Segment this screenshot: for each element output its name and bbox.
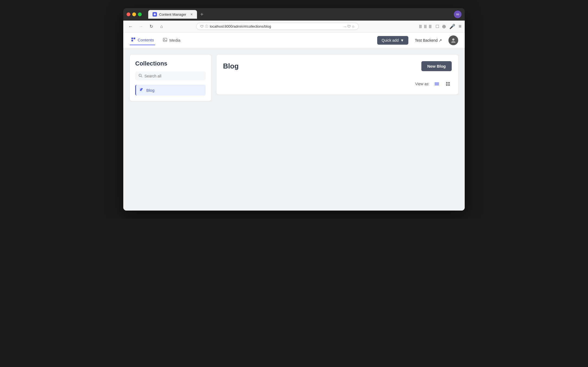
- svg-rect-4: [163, 38, 167, 41]
- search-icon: [138, 74, 142, 78]
- quick-add-chevron-icon: ▼: [400, 38, 404, 42]
- list-view-icon: [434, 81, 440, 87]
- browser-profile-icon[interactable]: ∞: [454, 11, 461, 18]
- microphone-icon[interactable]: 🎤: [449, 24, 455, 30]
- back-button[interactable]: ←: [127, 22, 135, 31]
- browser-toolbar-right: ⫼⫼⫼ □ ⊕ 🎤 ≡: [418, 24, 461, 30]
- svg-rect-1: [131, 38, 133, 39]
- address-bar: ← → ↻ ⌂ 🛡 ⓘ localhost:8000/admin/#/colle…: [123, 21, 465, 32]
- reader-view-icon[interactable]: □: [436, 24, 439, 29]
- tab-favicon: [153, 12, 157, 17]
- url-bar[interactable]: 🛡 ⓘ localhost:8000/admin/#/collections/b…: [196, 23, 359, 30]
- view-controls: View as:: [223, 80, 452, 88]
- sidebar-blog-label: Blog: [146, 88, 154, 93]
- url-bookmark-button[interactable]: ☆: [352, 25, 355, 28]
- app-content: Contents Media Quick add ▼ Test Back: [123, 32, 465, 211]
- content-panel: Blog New Blog View as:: [217, 55, 458, 94]
- active-tab[interactable]: Content Manager ×: [148, 10, 197, 19]
- content-header: Blog New Blog: [223, 61, 452, 71]
- tab-title: Content Manager: [159, 12, 186, 17]
- minimize-window-button[interactable]: [132, 12, 136, 16]
- new-blog-button[interactable]: New Blog: [421, 61, 452, 71]
- svg-rect-14: [448, 82, 450, 84]
- blog-edit-icon: [139, 87, 144, 93]
- title-bar: Content Manager × + ∞: [123, 8, 465, 21]
- nav-item-contents[interactable]: Contents: [130, 35, 155, 45]
- user-avatar[interactable]: [448, 35, 458, 45]
- close-window-button[interactable]: [127, 12, 130, 16]
- security-shield-icon: 🛡: [200, 25, 203, 28]
- menu-icon[interactable]: ≡: [458, 24, 461, 29]
- nav-media-label: Media: [169, 38, 180, 42]
- search-box[interactable]: [135, 71, 206, 80]
- maximize-window-button[interactable]: [138, 12, 142, 16]
- content-title: Blog: [223, 62, 239, 70]
- media-icon: [163, 37, 167, 43]
- url-info-icon: ⓘ: [205, 24, 208, 28]
- grid-view-button[interactable]: [444, 80, 452, 88]
- svg-rect-13: [446, 82, 448, 84]
- svg-line-8: [141, 76, 142, 77]
- test-backend-label: Test Backend ↗: [415, 38, 442, 42]
- browser-window: Content Manager × + ∞ ← → ↻ ⌂ 🛡 ⓘ localh…: [123, 8, 465, 211]
- new-tab-button[interactable]: +: [199, 10, 205, 19]
- url-dots-button[interactable]: ···: [344, 25, 346, 28]
- svg-rect-2: [131, 40, 133, 41]
- home-button[interactable]: ⌂: [157, 22, 166, 31]
- url-actions: ··· 🛡 ☆: [344, 25, 355, 28]
- test-backend-link[interactable]: Test Backend ↗: [415, 38, 442, 42]
- tab-close-button[interactable]: ×: [190, 12, 193, 17]
- search-input[interactable]: [144, 74, 202, 78]
- forward-button[interactable]: →: [137, 22, 145, 31]
- svg-rect-3: [134, 38, 135, 39]
- sync-icon[interactable]: ⊕: [442, 24, 446, 30]
- view-as-label: View as:: [415, 82, 429, 86]
- svg-point-0: [154, 13, 156, 15]
- app-nav: Contents Media Quick add ▼ Test Back: [123, 32, 465, 48]
- svg-point-6: [452, 38, 454, 41]
- sidebar-title: Collections: [135, 60, 206, 67]
- svg-rect-15: [446, 84, 448, 86]
- tabs-bar: Content Manager × +: [148, 10, 452, 19]
- nav-item-media[interactable]: Media: [161, 36, 182, 45]
- quick-add-label: Quick add: [382, 38, 399, 42]
- sidebar-item-blog[interactable]: Blog: [135, 85, 206, 96]
- grid-view-icon: [445, 81, 451, 87]
- contents-icon: [131, 37, 136, 43]
- main-layout: Collections: [123, 48, 465, 211]
- url-text: localhost:8000/admin/#/collections/blog: [210, 24, 342, 28]
- sidebar: Collections: [130, 55, 211, 101]
- quick-add-button[interactable]: Quick add ▼: [377, 36, 408, 45]
- list-view-button[interactable]: [433, 80, 441, 88]
- traffic-lights: [127, 12, 142, 16]
- nav-contents-label: Contents: [138, 38, 154, 42]
- url-shield-button[interactable]: 🛡: [347, 25, 351, 28]
- reading-list-icon[interactable]: ⫼⫼⫼: [418, 24, 433, 29]
- refresh-button[interactable]: ↻: [147, 22, 155, 31]
- svg-rect-16: [448, 84, 450, 86]
